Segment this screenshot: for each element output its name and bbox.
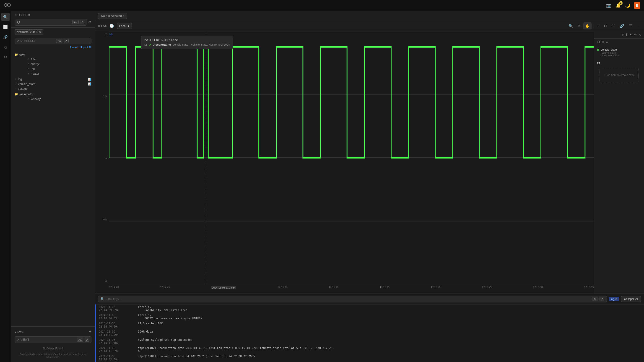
theme-toggle[interactable]: 🌙: [624, 2, 631, 9]
views-filter-case-btn[interactable]: Aa: [77, 337, 83, 342]
views-add-button[interactable]: +: [89, 329, 92, 334]
clock-button[interactable]: 🕐: [108, 23, 115, 29]
eye-button[interactable]: 👁: [629, 33, 632, 37]
axis-r1-row: R1: [597, 62, 641, 65]
log-filter-input[interactable]: [106, 297, 590, 301]
tooltip-row: L1 ↗ Accelerating vehicle state vehicle_…: [144, 43, 230, 46]
log-message-3: 599k data: [138, 330, 641, 333]
x-label-1: 17:14:45: [160, 286, 170, 288]
right-panel-content: L1 👁 ✏ vehicle_state (vehicle state) Nos…: [594, 39, 644, 87]
fit-button[interactable]: ⛶: [610, 23, 617, 30]
channels-panel: CHANNELS ⬡ Aa .* ⚙ NostromoLV2024 ✕: [11, 11, 95, 362]
chart-icon-log: 📊: [88, 78, 92, 81]
zoom-in-button[interactable]: ⊕: [594, 22, 601, 30]
sidebar-link-btn[interactable]: 🔗: [1, 33, 10, 41]
chart-tool-buttons: 🔍 ✏ ✋ ⊕ ⊖ ⛶ 🔗 ☰ ···: [567, 22, 641, 30]
log-message-1: kernel:\ POSIX conformance testing by UN…: [138, 314, 641, 320]
tooltip-axis-label: L1: [144, 43, 147, 46]
dataset-tag: NostromoLV2024 ✕: [14, 30, 43, 35]
views-filter-input[interactable]: [20, 338, 76, 341]
cube-icon: ⬡: [17, 20, 20, 24]
live-label: Live: [101, 24, 107, 28]
plot-all-button[interactable]: Plot All: [70, 46, 78, 49]
log-entry-3: 2024-11-06 22:14:41.094 599k data: [95, 329, 644, 337]
x-label-2: 17:15:05: [278, 286, 287, 288]
hand-button[interactable]: ✋: [583, 22, 592, 30]
search-chart-button[interactable]: 🔍: [567, 22, 575, 30]
link-button[interactable]: 🔗: [618, 22, 626, 30]
collapse-all-button[interactable]: Collapse All: [621, 296, 641, 302]
zoom-out-button[interactable]: ⊖: [602, 22, 609, 30]
channels-search-field[interactable]: [21, 21, 71, 24]
user-avatar[interactable]: B: [634, 2, 640, 9]
info-button[interactable]: ℹ: [626, 33, 627, 37]
chart-plot-area: [109, 31, 594, 284]
channels-filter-input[interactable]: [20, 39, 55, 43]
tree-item-heater[interactable]: ↗ heater: [19, 71, 92, 76]
axis-eye-button[interactable]: 👁: [601, 40, 604, 44]
tree-item-log[interactable]: ↗ log 📊: [11, 77, 95, 82]
log-filter-case-btn[interactable]: Aa: [592, 297, 598, 301]
tree-item-12v[interactable]: ↗ 12v: [19, 57, 92, 62]
tag-remove-button[interactable]: ✕: [39, 31, 41, 33]
plot-actions: Plot All Unplot All: [11, 46, 95, 51]
tooltip-value: Accelerating: [153, 43, 171, 46]
camera-button[interactable]: 📷: [605, 2, 612, 9]
channels-filter-wrap: ↗ Aa .*: [14, 38, 92, 44]
notification-area: 🔔 1: [615, 2, 622, 9]
channel-item-details: vehicle_state (vehicle state) NostromoLV…: [601, 48, 620, 57]
filter-case-btn[interactable]: Aa: [56, 39, 62, 43]
drop-zone[interactable]: Drop here to create axis: [600, 68, 638, 82]
log-tag-remove-button[interactable]: ✕: [615, 297, 617, 301]
tree-folder-mainmotor-label[interactable]: 📁 mainmotor: [14, 92, 92, 97]
log-entry-2: 2024-11-06 22:14:40.594 L1 D cache: 16K: [95, 321, 644, 329]
sidebar-code-btn[interactable]: <>: [1, 53, 10, 61]
edit-button[interactable]: ✏: [634, 33, 637, 37]
chart-main-area: L1 2 1.5 1 0.5 0: [95, 31, 594, 293]
views-filter-regex-btn[interactable]: .*: [84, 337, 90, 342]
local-label: Local: [119, 24, 126, 28]
filter-regex-btn[interactable]: .*: [64, 39, 68, 43]
local-selector[interactable]: Local ▾: [117, 23, 132, 29]
close-panel-button[interactable]: ✕: [638, 33, 641, 37]
right-panel: fx ℹ 👁 ✏ ✕ L1 👁 ✏: [594, 31, 644, 293]
channels-filter-row: ↗ Aa .*: [11, 36, 95, 46]
channel-icon-charge: ↗: [27, 63, 30, 66]
list-button[interactable]: ☰: [627, 22, 634, 30]
notification-badge: 1: [619, 1, 622, 5]
settings-gear-button[interactable]: ⚙: [88, 20, 92, 25]
sidebar-layout-btn[interactable]: ⬜: [1, 23, 10, 31]
sidebar-search-btn[interactable]: 🔍: [1, 13, 10, 21]
sidebar-shape-btn[interactable]: ◇: [1, 43, 10, 51]
drop-zone-text: Drop here to create axis: [604, 74, 634, 77]
channel-icon-led: ↗: [27, 67, 30, 70]
tree-folder-gpio-label[interactable]: 📁 gpio: [14, 52, 92, 57]
log-timestamp-4: 2024-11-06 22:14:41.102: [99, 338, 135, 345]
tree-item-vehicle-state[interactable]: ↗ vehicle_state 📊: [11, 82, 95, 86]
channel-item-subname: (vehicle state): [601, 51, 620, 54]
pencil-button[interactable]: ✏: [576, 22, 582, 30]
tree-item-charge[interactable]: ↗ charge: [19, 62, 92, 66]
tree-item-led[interactable]: ↗ led: [19, 66, 92, 71]
chart-x-axis: 17:14:40 17:14:45 2024-11-06 17:14:54 17…: [109, 284, 594, 293]
x-label-0: 17:14:40: [109, 286, 119, 288]
log-timestamp-0: 2024-11-06 22:14:39.594: [99, 305, 135, 312]
run-selector[interactable]: No run selected ▾: [98, 13, 127, 19]
channel-icon-voltage: ↗: [14, 87, 17, 90]
more-button[interactable]: ···: [635, 23, 641, 30]
unplot-all-button[interactable]: Unplot All: [80, 46, 92, 49]
search-regex-btn[interactable]: .*: [80, 20, 84, 24]
channel-icon-log: ↗: [14, 78, 17, 81]
x-label-3: 17:15:10: [328, 286, 338, 288]
y-label-2: 2: [96, 33, 108, 36]
x-label-active: 2024-11-06 17:14:54: [211, 286, 236, 289]
tree-item-voltage[interactable]: ↗ voltage: [11, 86, 95, 91]
log-message-5: ftpd[24487]: connection from 203.101.45.…: [138, 346, 641, 353]
search-case-btn[interactable]: Aa: [72, 20, 78, 24]
log-entry-5: 2024-11-06 22:14:41.594 ftpd[24487]: con…: [95, 345, 644, 354]
tree-item-velocity[interactable]: ↗ velocity: [19, 97, 92, 101]
views-header: VIEWS +: [14, 329, 92, 334]
axis-edit-button[interactable]: ✏: [606, 40, 609, 44]
log-filter-regex-btn[interactable]: .*: [600, 297, 604, 301]
y-label-0-5: 0.5: [96, 218, 108, 221]
